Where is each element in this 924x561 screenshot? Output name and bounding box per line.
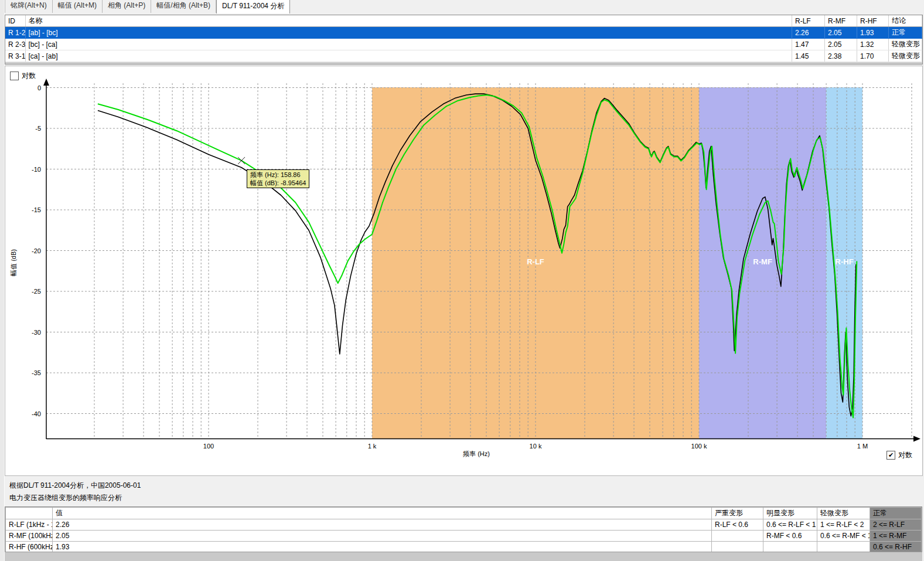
- y-tick-label: -35: [32, 369, 41, 376]
- cell-id[interactable]: R 2-3: [5, 39, 25, 50]
- col-name: 名称: [25, 15, 792, 27]
- checkbox-label: 对数: [898, 450, 912, 460]
- criteria-header-row: 值 严重变形 明显变形 轻微变形 正常: [6, 508, 922, 519]
- x-tick-label: 1 k: [368, 443, 377, 450]
- tooltip-frequency: 频率 (Hz): 158.86: [250, 171, 306, 179]
- cursor-tooltip: 频率 (Hz): 158.86 幅值 (dB): -8.95464: [247, 169, 309, 188]
- results-table: ID 名称 R-LF R-MF R-HF 结论 R 1-2 [ab] - [bc…: [5, 15, 923, 64]
- analysis-title-line: 电力变压器绕组变形的频率响应分析: [9, 492, 141, 504]
- checkbox-label: 对数: [22, 71, 36, 81]
- table-row[interactable]: R 1-2 [ab] - [bc] 2.26 2.05 1.93 正常: [5, 27, 922, 39]
- col-normal: 正常: [870, 508, 922, 519]
- criteria-obvious: R-MF < 0.6: [763, 531, 817, 542]
- cell-rhf[interactable]: 1.32: [857, 39, 889, 50]
- criteria-obvious: 0.6 <= R-LF < 1: [763, 519, 817, 531]
- y-tick-label: -10: [32, 166, 41, 173]
- results-header-row: ID 名称 R-LF R-MF R-HF 结论: [5, 15, 922, 27]
- log-scale-checkbox-top[interactable]: 对数: [10, 71, 36, 81]
- cell-id[interactable]: R 1-2: [5, 27, 25, 39]
- checkbox-box[interactable]: [10, 72, 19, 80]
- cell-rmf[interactable]: 2.05: [825, 39, 857, 50]
- frequency-response-chart[interactable]: 0-5-10-15-20-25-30-35-401001 k10 k100 k1…: [5, 66, 922, 475]
- x-axis-arrow: [913, 436, 920, 442]
- x-tick-label: 100: [203, 443, 214, 450]
- cell-rmf[interactable]: 2.05: [825, 27, 857, 39]
- x-tick-label: 10 k: [530, 443, 542, 450]
- cell-name[interactable]: [bc] - [ca]: [25, 39, 792, 50]
- y-tick-label: -40: [32, 410, 41, 417]
- analysis-standard-line: 根据DL/T 911-2004分析，中国2005-06-01: [9, 480, 141, 492]
- col-slight: 轻微变形: [817, 508, 870, 519]
- criteria-table: 值 严重变形 明显变形 轻微变形 正常 R-LF (1kHz - 100kHz)…: [5, 506, 922, 553]
- criteria-label: R-HF (600kHz - 1MHz): [6, 542, 53, 553]
- criteria-value: 1.93: [53, 542, 712, 553]
- criteria-severe: R-LF < 0.6: [712, 519, 763, 531]
- y-axis-arrow: [43, 79, 49, 86]
- criteria-normal: 1 <= R-MF: [870, 531, 922, 542]
- frequency-response-chart-panel: 0-5-10-15-20-25-30-35-401001 k10 k100 k1…: [5, 66, 923, 476]
- criteria-slight: 0.6 <= R-MF < 1: [817, 531, 870, 542]
- criteria-slight: [817, 542, 870, 553]
- criteria-row-rhf: R-HF (600kHz - 1MHz) 1.93 0.6 <= R-HF: [6, 542, 922, 553]
- cell-rlf[interactable]: 1.45: [792, 50, 825, 62]
- criteria-label: R-MF (100kHz - 600kHz): [6, 531, 53, 542]
- band-label-r-hf: R-HF: [836, 257, 854, 266]
- bottom-scroll-strip[interactable]: [5, 552, 922, 561]
- y-tick-label: -15: [32, 206, 41, 213]
- criteria-row-rmf: R-MF (100kHz - 600kHz) 2.05 R-MF < 0.6 0…: [6, 531, 922, 542]
- criteria-severe: [712, 531, 763, 542]
- criteria-obvious: [763, 542, 817, 553]
- col-rhf: R-HF: [857, 15, 889, 27]
- log-scale-checkbox-bottom[interactable]: ✔ 对数: [887, 450, 912, 460]
- col-obvious: 明显变形: [763, 508, 817, 519]
- criteria-normal: 0.6 <= R-HF: [870, 542, 922, 553]
- cell-conclusion[interactable]: 正常: [889, 27, 922, 39]
- tab-mag-phase[interactable]: 幅值/相角 (Alt+B): [151, 0, 216, 13]
- cell-name[interactable]: [ab] - [bc]: [25, 27, 792, 39]
- col-severe: 严重变形: [712, 508, 763, 519]
- y-tick-label: -20: [32, 247, 41, 254]
- y-tick-label: -25: [32, 288, 41, 295]
- table-row[interactable]: R 2-3 [bc] - [ca] 1.47 2.05 1.32 轻微变形: [5, 39, 922, 50]
- tab-nameplate[interactable]: 铭牌(Alt+N): [5, 0, 53, 13]
- criteria-value: 2.26: [53, 519, 712, 531]
- y-tick-label: 0: [37, 84, 41, 91]
- x-tick-label: 100 k: [691, 443, 707, 450]
- criteria-slight: 1 <= R-LF < 2: [817, 519, 870, 531]
- analysis-note: 根据DL/T 911-2004分析，中国2005-06-01 电力变压器绕组变形…: [9, 480, 141, 504]
- cell-rlf[interactable]: 2.26: [792, 27, 825, 39]
- col-empty: [6, 508, 53, 519]
- y-tick-label: -30: [32, 329, 41, 336]
- tab-bar: 铭牌(Alt+N) 幅值 (Alt+M) 相角 (Alt+P) 幅值/相角 (A…: [5, 0, 924, 13]
- tab-magnitude[interactable]: 幅值 (Alt+M): [53, 0, 103, 13]
- cell-conclusion[interactable]: 轻微变形: [889, 50, 922, 62]
- x-axis-title: 频率 (Hz): [463, 450, 490, 457]
- x-tick-label: 1 M: [857, 443, 868, 450]
- criteria-label: R-LF (1kHz - 100kHz): [6, 519, 53, 531]
- criteria-value: 2.05: [53, 531, 712, 542]
- cell-conclusion[interactable]: 轻微变形: [889, 39, 922, 50]
- window-left-edge: [0, 0, 5, 561]
- cell-id[interactable]: R 3-1: [5, 50, 25, 62]
- col-rmf: R-MF: [825, 15, 857, 27]
- band-label-r-mf: R-MF: [753, 257, 772, 266]
- tab-dlt911-analysis[interactable]: DL/T 911-2004 分析: [216, 0, 290, 13]
- criteria-normal: 2 <= R-LF: [870, 519, 922, 531]
- criteria-severe: [712, 542, 763, 553]
- col-id: ID: [5, 15, 25, 27]
- col-value: 值: [53, 508, 712, 519]
- col-rlf: R-LF: [792, 15, 825, 27]
- y-axis-title: 幅值 (dB): [10, 249, 17, 276]
- table-row[interactable]: R 3-1 [ca] - [ab] 1.45 2.38 1.70 轻微变形: [5, 50, 922, 62]
- cell-name[interactable]: [ca] - [ab]: [25, 50, 792, 62]
- tab-phase[interactable]: 相角 (Alt+P): [103, 0, 151, 13]
- y-tick-label: -5: [35, 125, 41, 132]
- cell-rhf[interactable]: 1.70: [857, 50, 889, 62]
- checkbox-box[interactable]: ✔: [887, 451, 895, 460]
- cell-rmf[interactable]: 2.38: [825, 50, 857, 62]
- criteria-row-rlf: R-LF (1kHz - 100kHz) 2.26 R-LF < 0.6 0.6…: [6, 519, 922, 531]
- band-label-r-lf: R-LF: [527, 257, 544, 266]
- cell-rhf[interactable]: 1.93: [857, 27, 889, 39]
- tooltip-magnitude: 幅值 (dB): -8.95464: [250, 179, 306, 187]
- cell-rlf[interactable]: 1.47: [792, 39, 825, 50]
